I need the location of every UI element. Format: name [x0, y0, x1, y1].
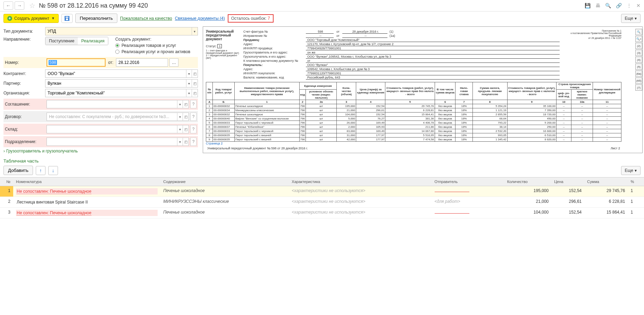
org-label: Организация:	[3, 91, 45, 96]
invoice-items-table: № п/п Код товара/ работ, услуг Наименова…	[206, 82, 621, 142]
save-icon[interactable]: 💾	[585, 3, 591, 8]
create-doc-radio-label: Создать документ:	[115, 37, 190, 42]
preview-side-tab[interactable]: (6б)	[635, 77, 642, 84]
org-input[interactable]	[45, 89, 186, 97]
table-row[interactable]: 3 Не сопоставлен: Печенье шоколадное Печ…	[0, 208, 644, 218]
link-icon[interactable]: 🔗	[616, 3, 622, 8]
date-picker-button[interactable]: …	[169, 58, 178, 67]
open-icon[interactable]: ◰	[183, 100, 189, 108]
preview-icon[interactable]: 🔍	[605, 3, 611, 8]
col-sum[interactable]: Сумма	[584, 177, 628, 186]
preview-side-tab[interactable]: (2)	[635, 43, 642, 49]
dropdown-icon[interactable]: ▾	[177, 138, 183, 146]
preview-side-tab[interactable]: (7)	[635, 84, 642, 91]
open-icon[interactable]: ◰	[183, 113, 189, 121]
number-input[interactable]: 598	[49, 60, 57, 65]
close-icon[interactable]: ✕	[636, 3, 641, 8]
radio-services[interactable]: Реализация услуг и прочих активов	[115, 49, 190, 54]
col-price[interactable]: Цена	[551, 177, 584, 186]
chevron-right-icon: ›	[3, 149, 5, 154]
date-input[interactable]	[116, 59, 168, 66]
move-up-button[interactable]: ↑	[36, 166, 45, 175]
forward-button[interactable]: →	[15, 1, 24, 10]
contract-input[interactable]	[47, 113, 177, 121]
col-num[interactable]: №	[0, 177, 13, 186]
preview-side-tab[interactable]: (5)	[635, 64, 642, 70]
more-button[interactable]: Еще▾	[621, 14, 641, 23]
preview-side-tab[interactable]: 🔍	[635, 29, 642, 35]
create-document-label: Создать документ	[14, 16, 49, 21]
open-icon[interactable]: ◰	[192, 80, 198, 87]
doc-type-label: Тип документа:	[3, 29, 45, 34]
items-table: № Номенклатура Содержание Характеристика…	[0, 177, 644, 218]
preview-side-tab[interactable]: (6а)	[635, 71, 642, 77]
related-docs-link[interactable]: Связанные документы (4)	[175, 16, 225, 21]
contract-label: Договор:	[5, 114, 47, 119]
direction-out[interactable]: Реализация	[78, 37, 108, 45]
dropdown-icon[interactable]: ▾	[177, 125, 183, 133]
preview-side-tabs: 🔍🔍+(2)(3)(4)(5)(6а)(6б)(7)	[635, 29, 642, 91]
caret-down-icon: ▾	[635, 16, 637, 21]
open-icon[interactable]: ◰	[192, 70, 198, 77]
dropdown-icon[interactable]: ▾	[177, 113, 183, 121]
add-row-button[interactable]: Добавить	[3, 166, 33, 175]
direction-label: Направление:	[3, 37, 45, 42]
table-section-title: Табличная часть	[3, 158, 644, 164]
caret-down-icon: ▼	[51, 16, 55, 20]
col-content[interactable]: Содержание	[160, 177, 289, 186]
doc-type-input[interactable]	[45, 27, 192, 35]
agreement-input[interactable]	[47, 100, 177, 108]
preview-side-tab[interactable]: 🔍+	[635, 36, 642, 42]
page-link[interactable]: Страница 2	[206, 142, 621, 145]
dropdown-icon[interactable]: ▾	[186, 70, 192, 77]
help-icon[interactable]: ?	[190, 100, 196, 108]
dropdown-icon[interactable]: ▾	[177, 100, 183, 108]
diskette-icon	[65, 16, 69, 21]
col-pct[interactable]: %	[628, 177, 644, 186]
direction-toggle: Поступление Реализация	[45, 37, 108, 45]
radio-off-icon	[115, 50, 119, 54]
col-sender[interactable]: Отправитель	[432, 177, 504, 186]
contractor-label: Контрагент:	[3, 71, 45, 76]
print-icon[interactable]: 🖶	[595, 3, 600, 8]
shipper-expand[interactable]: › Грузоотправитель и грузополучатель	[3, 149, 198, 154]
open-icon[interactable]: ◰	[192, 89, 198, 97]
help-icon[interactable]: ?	[190, 113, 196, 121]
dept-input[interactable]	[47, 138, 177, 146]
radio-goods[interactable]: Реализация товаров и услуг	[115, 43, 190, 48]
refill-button[interactable]: Перезаполнить	[75, 14, 117, 23]
complain-link[interactable]: Пожаловаться на качество	[120, 16, 172, 21]
preview-side-tab[interactable]: (3)	[635, 50, 642, 56]
favorite-star-icon[interactable]: ☆	[29, 1, 35, 10]
save-button[interactable]	[61, 14, 73, 23]
partner-label: Партнер:	[3, 81, 45, 86]
table-row[interactable]: 1 Не сопоставлен: Печенье шоколадное Печ…	[0, 186, 644, 197]
warehouse-input[interactable]	[47, 125, 177, 133]
page-title: № 598 от 28.12.2016 на сумму 99 420	[39, 2, 585, 9]
document-preview: 🔍🔍+(2)(3)(4)(5)(6а)(6б)(7) Универсальный…	[203, 26, 643, 153]
dropdown-icon[interactable]: ▾	[186, 89, 192, 97]
preview-side-tab[interactable]: (4)	[635, 57, 642, 63]
create-document-button[interactable]: + Создать документ ▼	[3, 14, 59, 23]
contractor-input[interactable]	[45, 70, 186, 77]
plus-icon: +	[7, 16, 12, 21]
back-button[interactable]: ←	[3, 1, 13, 10]
col-char[interactable]: Характеристика	[289, 177, 432, 186]
move-down-button[interactable]: ↓	[48, 166, 58, 175]
errors-remaining-box: Осталось ошибок: 7	[228, 14, 274, 23]
kebab-icon[interactable]: ⋮	[627, 3, 632, 8]
date-label: от:	[106, 60, 116, 65]
dropdown-icon[interactable]: ▾	[192, 27, 198, 35]
table-more-button[interactable]: Еще▾	[621, 166, 641, 175]
open-icon[interactable]: ◰	[183, 125, 189, 133]
col-qty[interactable]: Количество	[504, 177, 551, 186]
open-icon[interactable]: ◰	[183, 138, 189, 146]
help-icon[interactable]: ?	[190, 138, 196, 146]
table-row[interactable]: 2 Лестница винтовая Spiral Staircase II …	[0, 197, 644, 208]
radio-on-icon	[115, 43, 119, 48]
col-nomen[interactable]: Номенклатура	[13, 177, 160, 186]
help-icon[interactable]: ?	[190, 125, 196, 133]
partner-input[interactable]	[45, 80, 186, 87]
dropdown-icon[interactable]: ▾	[186, 80, 192, 87]
direction-in[interactable]: Поступление	[45, 37, 78, 45]
